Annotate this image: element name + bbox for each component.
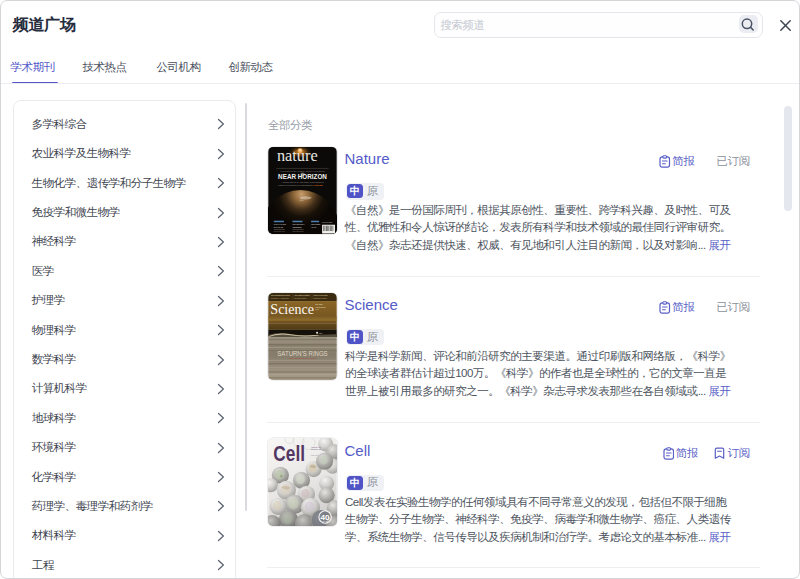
- svg-text:YEARS: YEARS: [322, 521, 329, 523]
- svg-text:Cassini dives between the plan: Cassini dives between the planet and its…: [289, 356, 317, 358]
- svg-text:Number 10: Number 10: [311, 449, 322, 451]
- svg-text:Science: Science: [270, 301, 314, 317]
- svg-text:CONSCIENCE: CONSCIENCE: [292, 225, 301, 227]
- svg-text:Cell: Cell: [273, 441, 305, 466]
- svg-text:PAGES 18-23: PAGES 18-23: [314, 184, 323, 187]
- svg-text:selection theory: selection theory: [294, 297, 307, 299]
- svg-text:WE'LL MEET: WE'LL MEET: [311, 223, 320, 225]
- svg-text:nature: nature: [277, 147, 318, 165]
- svg-text:NEAR HORIZON: NEAR HORIZON: [278, 172, 327, 179]
- svg-text:THE MARS ISSUE: THE MARS ISSUE: [322, 221, 332, 223]
- svg-text:New theories on how: New theories on how: [274, 230, 285, 232]
- svg-text:Economics meets: Economics meets: [292, 230, 303, 232]
- svg-text:AGAIN: AGAIN: [311, 225, 316, 227]
- svg-text:THE INTERNATIONAL WEEKLY JOURN: THE INTERNATIONAL WEEKLY JOURNAL OF SCIE…: [280, 169, 325, 171]
- svg-text:$15: $15: [316, 308, 319, 310]
- svg-text:CLIMATE'S SOCIAL: CLIMATE'S SOCIAL: [292, 223, 305, 225]
- svg-text:genomes revealed: genomes revealed: [314, 297, 328, 299]
- svg-text:Volume 40: Volume 40: [311, 446, 321, 448]
- svg-text:poised to revolutionize our un: poised to revolutionize our understandin…: [278, 184, 313, 187]
- svg-text:of science 4 August 2017: of science 4 August 2017: [271, 297, 290, 299]
- svg-text:OF FLATLAND: OF FLATLAND: [274, 225, 283, 227]
